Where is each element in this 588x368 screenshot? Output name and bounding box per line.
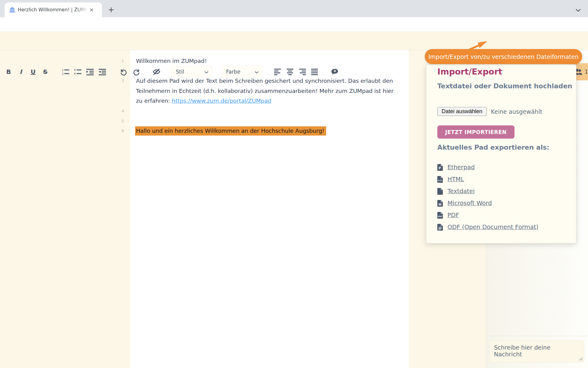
line-text: zu erfahren: https://www.zum.de/portal/Z…: [136, 96, 271, 106]
browser-tab-strip: Herzlich Willkommen! | ZUMPa × +: [0, 0, 588, 17]
svg-text:2: 2: [62, 72, 64, 75]
undo-button[interactable]: [119, 67, 128, 76]
choose-file-button[interactable]: Datei auswählen: [437, 107, 487, 116]
users-count: 1: [585, 69, 588, 75]
editor-line[interactable]: 6 Hallo und ein herzliches Willkommen an…: [0, 126, 484, 136]
italic-button[interactable]: I: [17, 67, 25, 76]
export-link-row: P Etherpad: [437, 161, 538, 173]
export-heading: Aktuelles Pad exportieren als:: [437, 144, 549, 151]
line-text: Teilnehmern in Echtzeit (d.h. kollaborat…: [136, 86, 394, 96]
indent-icon: [86, 68, 94, 76]
align-left-button[interactable]: [273, 67, 282, 76]
export-links-list: P Etherpad </> HTML Textdatei: [437, 161, 538, 233]
editor-line[interactable]: 1 Willkommen im ZUMpad!: [0, 56, 484, 66]
comment-plus-icon: [331, 68, 339, 76]
editor-line[interactable]: 4: [0, 106, 484, 116]
editor-line[interactable]: 5: [0, 116, 484, 126]
svg-text:W: W: [439, 203, 442, 206]
browser-tab[interactable]: Herzlich Willkommen! | ZUMPa ×: [5, 2, 102, 17]
align-right-button[interactable]: [298, 67, 307, 76]
chevron-down-icon: [255, 69, 258, 75]
pad-toolbar: B I U S 1 2: [0, 31, 588, 50]
export-link-row: ODF (Open Document Format): [437, 221, 538, 233]
editor-line-wrap[interactable]: Teilnehmern in Echtzeit (d.h. kollaborat…: [0, 86, 484, 96]
file-text-icon: [437, 188, 443, 195]
strike-label: S: [43, 69, 47, 75]
chat-input-box: [489, 340, 584, 362]
file-odf-icon: [437, 224, 443, 231]
import-now-button[interactable]: JETZT IMPORTIEREN: [437, 125, 514, 139]
export-link-row: PDF PDF: [437, 209, 538, 221]
ordered-list-icon: 1 2: [62, 68, 70, 76]
svg-text:P: P: [439, 167, 441, 170]
browser-navbar: zumpad.zum.de/p/Herzlich_Willkommen!: [0, 17, 588, 32]
align-justify-button[interactable]: [310, 67, 319, 76]
align-justify-icon: [311, 68, 318, 76]
bullet-list-button[interactable]: [74, 67, 82, 76]
export-etherpad-link[interactable]: Etherpad: [447, 164, 475, 171]
file-word-icon: W: [437, 200, 443, 207]
outdent-button[interactable]: [98, 67, 107, 76]
export-link-row: W Microsoft Word: [437, 197, 538, 209]
tab-title: Herzlich Willkommen! | ZUMPa: [18, 7, 88, 13]
underline-button[interactable]: U: [29, 67, 37, 76]
highlighted-text: Hallo und ein herzliches Willkommen an d…: [135, 126, 326, 136]
line-text: Willkommen im ZUMpad!: [136, 56, 207, 66]
indent-button[interactable]: [86, 67, 94, 76]
export-textdatei-link[interactable]: Textdatei: [447, 188, 475, 195]
export-word-link[interactable]: Microsoft Word: [447, 200, 492, 207]
line-number: 4: [0, 106, 124, 116]
strikethrough-button[interactable]: S: [41, 67, 50, 76]
tab-search-chevron-icon[interactable]: [574, 6, 582, 15]
file-status: Keine ausgewählt: [491, 108, 542, 115]
export-pdf-link[interactable]: PDF: [447, 212, 459, 219]
hide-authorship-colors-button[interactable]: [152, 67, 161, 76]
export-html-link[interactable]: HTML: [447, 176, 464, 183]
bullet-list-icon: [74, 68, 82, 76]
undo-icon: [120, 68, 127, 76]
style-dropdown-label: Stil: [176, 69, 184, 75]
align-center-button[interactable]: [286, 67, 294, 76]
chevron-down-icon: [205, 69, 208, 75]
italic-label: I: [20, 69, 22, 75]
line-text-prefix: zu erfahren:: [136, 98, 172, 104]
panel-title: Import/Export: [437, 67, 502, 76]
zumpad-browser-window: Herzlich Willkommen! | ZUMPa × + zumpad.…: [0, 0, 588, 368]
editor-line-wrap[interactable]: zu erfahren: https://www.zum.de/portal/Z…: [0, 96, 484, 106]
chat-message-input[interactable]: [489, 340, 584, 362]
eye-off-icon: [152, 67, 161, 76]
color-dropdown-label: Farbe: [226, 69, 240, 75]
style-dropdown[interactable]: Stil: [171, 66, 212, 78]
resize-handle-icon[interactable]: [579, 357, 582, 361]
redo-button[interactable]: [132, 67, 141, 76]
file-html-icon: </>: [437, 176, 443, 183]
tooltip-arrow-icon: [453, 36, 492, 58]
new-tab-button[interactable]: +: [106, 5, 116, 14]
add-comment-button[interactable]: [330, 67, 339, 76]
line-number: 5: [0, 116, 124, 126]
svg-text:1: 1: [62, 69, 64, 72]
line-number: 1: [0, 56, 124, 66]
import-export-panel: Import/Export Textdatei oder Dokument ho…: [426, 64, 576, 243]
line-text: Hallo und ein herzliches Willkommen an d…: [136, 126, 326, 136]
ordered-list-button[interactable]: 1 2: [61, 67, 70, 76]
file-etherpad-icon: P: [437, 164, 443, 171]
svg-text:</>: </>: [438, 179, 442, 182]
line-number: 3: [0, 76, 124, 86]
bold-label: B: [6, 69, 11, 75]
align-left-icon: [274, 68, 282, 76]
bold-button[interactable]: B: [4, 67, 13, 76]
import-export-tooltip: Import/Export von/zu verschiedenen Datei…: [425, 49, 582, 64]
outdent-icon: [98, 68, 106, 76]
color-dropdown[interactable]: Farbe: [221, 66, 262, 78]
export-odf-link[interactable]: ODF (Open Document Format): [447, 224, 538, 231]
svg-text:PDF: PDF: [438, 215, 442, 217]
file-pdf-icon: PDF: [437, 212, 443, 219]
tab-close-icon[interactable]: ×: [88, 6, 95, 13]
upload-heading: Textdatei oder Dokument hochladen: [437, 82, 572, 90]
underline-label: U: [31, 69, 36, 75]
align-center-icon: [286, 68, 294, 76]
export-link-row: </> HTML: [437, 173, 538, 185]
redo-icon: [133, 68, 140, 76]
zumpad-portal-link[interactable]: https://www.zum.de/portal/ZUMpad: [172, 98, 271, 104]
